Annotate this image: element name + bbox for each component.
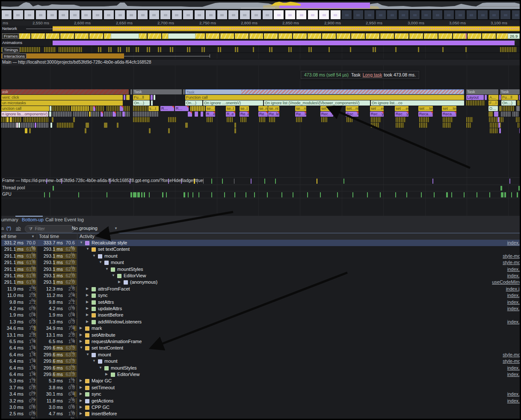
filmstrip-thumbnail[interactable] bbox=[285, 10, 296, 20]
flame-segment[interactable] bbox=[29, 128, 31, 133]
collapse-icon[interactable]: ▼ bbox=[80, 241, 83, 244]
flame-segment-ask[interactable]: ask bbox=[1, 89, 129, 94]
activity-name[interactable]: mount bbox=[111, 260, 124, 265]
collapse-icon[interactable]: ▼ bbox=[80, 346, 83, 350]
source-link[interactable]: style-mod bbox=[503, 253, 520, 258]
flame-segment[interactable] bbox=[512, 112, 518, 117]
flame-segment[interactable] bbox=[52, 117, 53, 122]
source-link[interactable]: index.js bbox=[507, 306, 520, 311]
flame-segment-ventclick[interactable]: vent: click bbox=[1, 95, 123, 100]
activity-name[interactable]: insertBefore bbox=[92, 411, 117, 416]
flame-segment[interactable] bbox=[419, 117, 429, 122]
activity-name[interactable]: sync bbox=[92, 391, 101, 397]
flame-segment[interactable] bbox=[489, 117, 503, 122]
flame-segment[interactable] bbox=[86, 123, 89, 128]
collapse-icon[interactable]: ▼ bbox=[92, 359, 96, 363]
table-row[interactable]: 2.5 ms0.5 %4.7 ms1.0 %▶insertBefore bbox=[1, 411, 520, 417]
filmstrip-thumbnail[interactable] bbox=[398, 10, 409, 20]
filmstrip-thumbnail[interactable] bbox=[444, 10, 454, 20]
activity-name[interactable]: CPP GC bbox=[92, 405, 110, 410]
flame-segment-recyle[interactable]: Rec…yle bbox=[395, 112, 409, 117]
activity-name[interactable]: mountStyles bbox=[117, 267, 143, 272]
flame-segment[interactable] bbox=[494, 112, 498, 117]
filmstrip-thumbnail[interactable] bbox=[500, 10, 511, 20]
flame-segment[interactable] bbox=[49, 112, 51, 117]
flame-segment[interactable] bbox=[498, 123, 500, 128]
table-row[interactable]: 6.4 ms1.4 %299.6 ms63.3 %▼mountStylesind… bbox=[1, 365, 520, 371]
activity-name[interactable]: setAttrs bbox=[98, 300, 114, 305]
flame-segment[interactable] bbox=[516, 106, 520, 111]
flame-segment[interactable] bbox=[151, 95, 153, 100]
filmstrip-thumbnail[interactable] bbox=[387, 10, 397, 20]
expand-icon[interactable]: ▶ bbox=[80, 392, 82, 396]
tab-calltree[interactable]: Call tree bbox=[45, 217, 63, 222]
flame-segment[interactable] bbox=[190, 106, 205, 111]
filmstrip-thumbnail[interactable] bbox=[512, 10, 520, 20]
flame-segment[interactable] bbox=[133, 112, 159, 117]
table-row[interactable]: 13.1 ms2.8 %13.1 ms2.8 %▶setAttribute bbox=[1, 332, 520, 338]
flame-segment-sent[interactable]: se..nt bbox=[268, 106, 279, 111]
frame-duration-badge[interactable]: 26.9 ms bbox=[508, 33, 520, 39]
filmstrip-thumbnail[interactable] bbox=[36, 10, 46, 20]
idle-frame-block[interactable] bbox=[168, 33, 195, 39]
flame-segment-sent[interactable]: se..nt bbox=[258, 106, 268, 111]
flame-segment[interactable] bbox=[168, 128, 170, 133]
table-row[interactable]: 3.4 ms0.7 %30.1 ms6.4 %▶syncindex.js bbox=[1, 391, 520, 397]
filmstrip-thumbnail[interactable] bbox=[1, 10, 12, 20]
flame-segment-sent[interactable]: se…nt bbox=[295, 106, 306, 111]
activity-name[interactable]: set textContent bbox=[98, 247, 130, 252]
source-link[interactable]: index.js bbox=[507, 365, 520, 370]
expand-icon[interactable]: ▶ bbox=[80, 411, 82, 415]
flame-segment[interactable] bbox=[499, 106, 502, 111]
flame-segment-task[interactable]: Task bbox=[185, 89, 464, 94]
activity-name[interactable]: EditorView bbox=[117, 372, 139, 377]
flame-segment[interactable] bbox=[490, 128, 497, 133]
flame-segment-rele[interactable]: Re..le bbox=[268, 112, 279, 117]
table-row[interactable]: 331.2 ms70.0 %333.7 ms70.6 %▼Recalculate… bbox=[1, 240, 520, 246]
flame-segment[interactable] bbox=[10, 117, 12, 122]
source-link[interactable]: style-mod bbox=[503, 260, 520, 265]
flame-segment-onignorelistnodemodulesbowercomponents[interactable]: On ignore list (\/node_modules\/|\/bower… bbox=[264, 100, 370, 106]
flame-segment-functioncall[interactable]: Function call bbox=[185, 95, 464, 100]
flame-segment[interactable] bbox=[371, 123, 379, 128]
flame-segment[interactable] bbox=[188, 112, 192, 117]
flame-segment[interactable] bbox=[154, 95, 155, 100]
source-link[interactable]: index.js bbox=[507, 391, 520, 397]
flame-segment[interactable] bbox=[168, 117, 177, 122]
expand-icon[interactable]: ▶ bbox=[86, 287, 89, 291]
flame-segment[interactable] bbox=[269, 117, 275, 122]
flame-segment-settent[interactable]: set …tent bbox=[442, 106, 456, 111]
flame-segment-r[interactable]: R… bbox=[175, 106, 189, 111]
flame-segment[interactable] bbox=[91, 112, 100, 117]
flame-segment[interactable] bbox=[107, 106, 119, 111]
flame-segment[interactable] bbox=[50, 106, 51, 111]
flame-segment[interactable] bbox=[240, 117, 246, 122]
flame-segment[interactable] bbox=[488, 112, 493, 117]
activity-name[interactable]: mount bbox=[104, 253, 118, 258]
table-row[interactable]: 6.4 ms1.4 %299.6 ms63.3 %▶EditorViewinde… bbox=[1, 371, 520, 378]
flame-segment-nignorelisomponentsv[interactable]: n ignore lis…omponentsV) bbox=[1, 112, 48, 117]
activity-name[interactable]: Major GC bbox=[92, 378, 112, 383]
flame-segment-r[interactable]: R… bbox=[160, 106, 174, 111]
main-thread-header[interactable]: Main — http://localhost:3000/projects/bd… bbox=[1, 59, 520, 65]
total-time-column-header[interactable]: Total time bbox=[39, 234, 59, 239]
flame-segment-layout[interactable]: Layout bbox=[466, 95, 484, 100]
flame-segment-setent[interactable]: set …ent bbox=[395, 106, 409, 111]
activity-name[interactable]: mount bbox=[98, 352, 111, 357]
filmstrip-thumbnail[interactable] bbox=[240, 10, 250, 20]
table-row[interactable]: 4.2 ms0.9 %4.2 ms0.9 %▶updateAttrsindex.… bbox=[1, 305, 520, 312]
filmstrip-thumbnail[interactable] bbox=[160, 10, 171, 20]
source-link[interactable]: index.js bbox=[507, 300, 520, 305]
filmstrip-thumbnail[interactable] bbox=[13, 10, 24, 20]
filmstrip-thumbnail[interactable] bbox=[104, 10, 114, 20]
source-link[interactable]: index.js bbox=[507, 293, 520, 298]
flame-segment[interactable] bbox=[133, 117, 150, 122]
flame-segment[interactable] bbox=[396, 123, 404, 128]
table-row[interactable]: 6.5 ms1.4 %6.5 ms1.4 %▶requestAnimationF… bbox=[1, 338, 520, 345]
table-row[interactable]: 9.8 ms2.1 %9.8 ms2.1 %▶setAttrsindex.js bbox=[1, 299, 520, 305]
table-row[interactable]: 34.6 ms7.3 %34.9 ms7.4 %▶mark bbox=[1, 325, 520, 332]
filmstrip-thumbnail[interactable] bbox=[455, 10, 465, 20]
filmstrip-thumbnail[interactable] bbox=[330, 10, 341, 20]
filmstrip-thumbnail[interactable] bbox=[205, 10, 216, 20]
flame-segment[interactable] bbox=[501, 112, 511, 117]
